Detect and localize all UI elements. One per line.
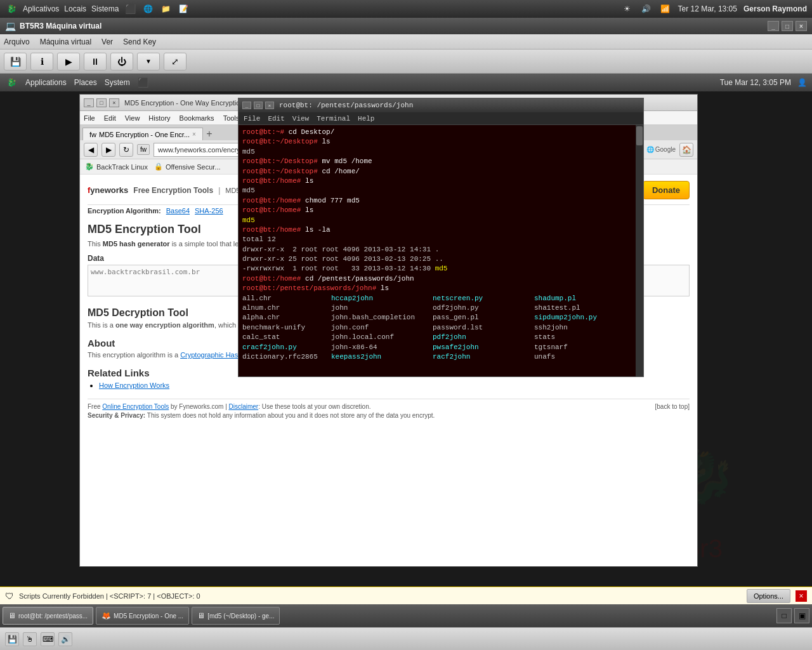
- terminal-icon[interactable]: ⬛: [124, 3, 136, 15]
- browser-window-controls[interactable]: _ □ ×: [84, 98, 119, 107]
- term-menu-view[interactable]: View: [292, 115, 309, 123]
- base64-link[interactable]: Base64: [166, 207, 190, 215]
- security-note: Security & Privacy: This system does not…: [88, 412, 690, 419]
- forward-btn[interactable]: ▶: [102, 143, 115, 157]
- volume-icon[interactable]: 🔊: [640, 3, 653, 15]
- term-line-18: all.chrhccap2johnnetscreen.pyshadump.pl: [242, 294, 639, 303]
- script-warning-close-btn[interactable]: ×: [796, 590, 807, 602]
- guest-show-desktop-btn[interactable]: □: [776, 608, 792, 623]
- folder-icon: 📁: [159, 3, 172, 15]
- browser-maximize-btn[interactable]: □: [96, 98, 107, 107]
- places-menu[interactable]: Locais: [64, 4, 86, 13]
- new-tab-btn[interactable]: +: [203, 128, 216, 140]
- vbox-power-btn[interactable]: ⏻: [110, 53, 133, 70]
- browser-menu-tools[interactable]: Tools: [223, 114, 240, 122]
- browser-close-btn[interactable]: ×: [109, 98, 119, 107]
- vbox-status-icon-1: 💾: [5, 632, 19, 646]
- tab-close-icon[interactable]: ×: [192, 131, 196, 138]
- cryptographic-hash-link[interactable]: Cryptographic Hash: [180, 351, 242, 359]
- how-encryption-works-link[interactable]: How Encryption Works: [99, 381, 169, 389]
- term-line-17: root@bt:/pentest/passwords/john# ls: [242, 284, 639, 293]
- term-minimize-btn[interactable]: _: [242, 102, 251, 109]
- scratchpad-icon: fw: [137, 144, 150, 155]
- guest-kali-icon: 🐉: [5, 76, 18, 89]
- vbox-menu-maquina[interactable]: Máquina virtual: [40, 37, 91, 46]
- term-line-8: root@bt:/home# chmod 777 md5: [242, 196, 639, 206]
- footer-disclaimer-link[interactable]: Disclaimer: [229, 403, 259, 410]
- vbox-screensave-btn[interactable]: 💾: [4, 53, 27, 70]
- term-line-19: alnum.chrjohnodf2john.pysha1test.pl: [242, 303, 639, 313]
- term-line-5: root@bt:~/Desktop# cd /home/: [242, 167, 639, 176]
- vbox-menu-sendkey[interactable]: Send Key: [123, 37, 156, 46]
- vbox-reset-btn[interactable]: ▼: [137, 53, 160, 70]
- donate-button[interactable]: Donate: [643, 181, 690, 199]
- vbox-fullscreen-btn[interactable]: ⤢: [164, 53, 187, 70]
- vbox-info-btn[interactable]: ℹ: [30, 53, 53, 70]
- vbox-status-bar: 💾 🖱 ⌨ 🔊: [0, 627, 812, 650]
- term-menu-help[interactable]: Help: [358, 115, 374, 123]
- guest-top-bar: 🐉 Applications Places System ⬛ Tue Mar 1…: [0, 74, 812, 91]
- guest-apps-menu[interactable]: Applications: [25, 78, 67, 87]
- vbox-play-btn[interactable]: ▶: [57, 53, 80, 70]
- browser-menu-edit[interactable]: Edit: [104, 114, 116, 122]
- search-engine: 🌐Google: [646, 146, 676, 153]
- guest-system-menu[interactable]: System: [105, 78, 130, 87]
- term-line-14: drwxr-xr-x 25 root root 4096 2013-02-13 …: [242, 255, 639, 264]
- tool-desc-bold: MD5 hash generator: [103, 240, 170, 248]
- term-line-4: root@bt:~/Desktop# mv md5 /home: [242, 157, 639, 166]
- term-line-10: md5: [242, 216, 639, 225]
- bookmark-offensive[interactable]: 🔒 Offensive Secur...: [154, 162, 221, 171]
- guest-icon-2[interactable]: ▣: [794, 608, 809, 623]
- browser-tab-md5[interactable]: fw MD5 Encryption - One Encr... ×: [82, 128, 203, 140]
- script-warning-text: Scripts Currently Forbidden | <SCRIPT>: …: [19, 592, 200, 600]
- vbox-close-btn[interactable]: ×: [796, 21, 807, 31]
- network-icon: 📶: [659, 3, 672, 15]
- guest-os: 🐉 5r3 🐉 Applications Places System ⬛ Tue…: [0, 74, 812, 627]
- footer-back-to-top[interactable]: [back to top]: [655, 403, 690, 410]
- browser-minimize-btn[interactable]: _: [84, 98, 94, 107]
- vbox-minimize-btn[interactable]: _: [768, 21, 779, 31]
- guest-places-menu[interactable]: Places: [74, 78, 97, 87]
- terminal-body[interactable]: root@bt:~# cd Desktop/ root@bt:~/Desktop…: [239, 125, 643, 376]
- terminal-window-controls[interactable]: _ □ ×: [242, 102, 274, 109]
- task-browser-icon: 🦊: [102, 611, 111, 620]
- vbox-maximize-btn[interactable]: □: [782, 21, 793, 31]
- sha256-link[interactable]: SHA-256: [195, 207, 223, 215]
- terminal-scrollbar[interactable]: [636, 125, 643, 376]
- vbox-controls[interactable]: _ □ ×: [768, 21, 807, 31]
- vbox-pause-btn[interactable]: ⏸: [84, 53, 107, 70]
- term-menu-terminal[interactable]: Terminal: [317, 115, 350, 123]
- bookmark-offensive-label: Offensive Secur...: [166, 163, 221, 171]
- browser-menu-file[interactable]: File: [84, 114, 95, 122]
- term-close-btn[interactable]: ×: [265, 102, 274, 109]
- term-menu-file[interactable]: File: [244, 115, 260, 123]
- terminal-menubar: File Edit View Terminal Help: [239, 112, 643, 125]
- term-line-16: root@bt:/home# cd /pentest/passwords/joh…: [242, 274, 639, 284]
- terminal-titlebar: _ □ × root@bt: /pentest/passwords/john: [239, 98, 643, 112]
- system-menu[interactable]: Sistema: [91, 4, 119, 13]
- apps-menu[interactable]: Aplicativos: [23, 4, 59, 13]
- guest-terminal-shortcut[interactable]: ⬛: [138, 77, 148, 88]
- term-line-13: drwxr-xr-x 2 root root 4096 2013-03-12 1…: [242, 245, 639, 255]
- username: Gerson Raymond: [743, 4, 807, 13]
- term-line-7: md5: [242, 186, 639, 196]
- term-menu-edit[interactable]: Edit: [268, 115, 284, 123]
- guest-task-terminal[interactable]: 🖥 root@bt: /pentest/pass...: [3, 607, 93, 625]
- vbox-menu-arquivo[interactable]: Arquivo: [4, 37, 30, 46]
- back-btn[interactable]: ◀: [84, 143, 98, 157]
- term-line-1: root@bt:~# cd Desktop/: [242, 128, 639, 137]
- browser-menu-history[interactable]: History: [148, 114, 170, 122]
- browser-menu-bookmarks[interactable]: Bookmarks: [180, 114, 214, 122]
- guest-task-browser[interactable]: 🦊 MD5 Encryption - One ...: [96, 607, 189, 625]
- term-maximize-btn[interactable]: □: [254, 102, 263, 109]
- vbox-title: BT5R3 Máquina virtual: [20, 22, 102, 30]
- home-btn[interactable]: 🏠: [679, 143, 693, 157]
- footer-online-tools-link[interactable]: Online Encryption Tools: [102, 403, 169, 410]
- bookmark-backtrack[interactable]: 🐉 BackTrack Linux: [85, 162, 148, 171]
- footer-free: Free: [88, 403, 102, 410]
- guest-task-md5[interactable]: 🖥 [md5 (~/Desktop) - ge...: [192, 607, 280, 625]
- vbox-menu-ver[interactable]: Ver: [102, 37, 113, 46]
- reload-btn[interactable]: ↻: [119, 143, 133, 157]
- options-button[interactable]: Options...: [747, 589, 790, 603]
- browser-menu-view[interactable]: View: [125, 114, 140, 122]
